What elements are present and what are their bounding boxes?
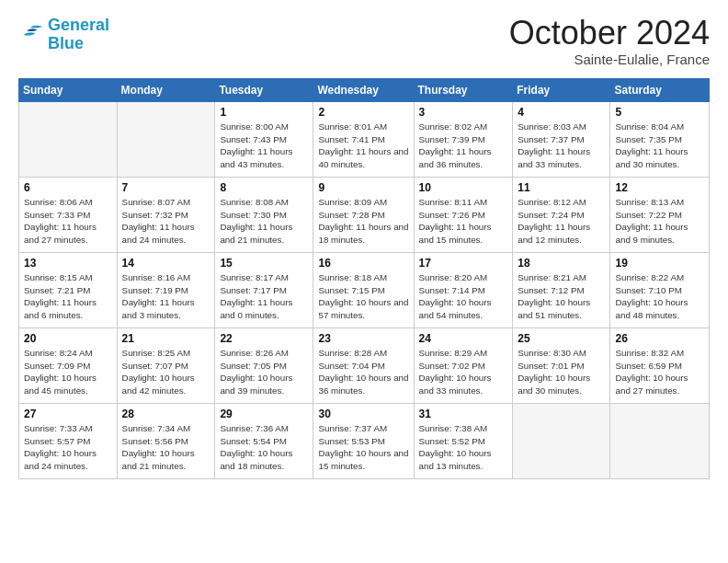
logo-line2: Blue	[48, 35, 109, 53]
calendar-cell: 5Sunrise: 8:04 AMSunset: 7:35 PMDaylight…	[610, 102, 710, 178]
day-number: 9	[318, 181, 408, 194]
calendar-cell: 12Sunrise: 8:13 AMSunset: 7:22 PMDayligh…	[610, 178, 710, 253]
day-info: Sunrise: 7:34 AMSunset: 5:56 PMDaylight:…	[122, 422, 210, 473]
day-number: 23	[318, 332, 408, 345]
calendar-cell: 7Sunrise: 8:07 AMSunset: 7:32 PMDaylight…	[117, 178, 215, 253]
calendar-cell	[19, 102, 118, 178]
calendar-cell: 25Sunrise: 8:30 AMSunset: 7:01 PMDayligh…	[513, 328, 610, 404]
day-info: Sunrise: 7:36 AMSunset: 5:54 PMDaylight:…	[220, 422, 308, 473]
location: Sainte-Eulalie, France	[509, 52, 710, 67]
day-number: 24	[419, 332, 508, 345]
day-info: Sunrise: 8:02 AMSunset: 7:39 PMDaylight:…	[419, 121, 508, 171]
day-info: Sunrise: 8:08 AMSunset: 7:30 PMDaylight:…	[220, 196, 308, 247]
calendar-cell: 17Sunrise: 8:20 AMSunset: 7:14 PMDayligh…	[414, 253, 513, 328]
day-number: 8	[220, 181, 308, 194]
day-number: 17	[419, 257, 508, 270]
calendar-cell: 23Sunrise: 8:28 AMSunset: 7:04 PMDayligh…	[313, 328, 414, 404]
weekday-thursday: Thursday	[414, 79, 513, 102]
logo-icon	[18, 24, 44, 46]
calendar-cell: 30Sunrise: 7:37 AMSunset: 5:53 PMDayligh…	[313, 404, 414, 479]
calendar-cell	[117, 102, 215, 178]
calendar-cell: 20Sunrise: 8:24 AMSunset: 7:09 PMDayligh…	[19, 328, 118, 404]
weekday-sunday: Sunday	[19, 79, 118, 102]
calendar-cell: 6Sunrise: 8:06 AMSunset: 7:33 PMDaylight…	[19, 178, 118, 253]
day-number: 2	[318, 106, 408, 119]
day-info: Sunrise: 8:18 AMSunset: 7:15 PMDaylight:…	[318, 271, 408, 322]
calendar-cell: 16Sunrise: 8:18 AMSunset: 7:15 PMDayligh…	[313, 253, 414, 328]
day-number: 28	[122, 408, 210, 420]
calendar-cell: 26Sunrise: 8:32 AMSunset: 6:59 PMDayligh…	[610, 328, 710, 404]
calendar-cell: 29Sunrise: 7:36 AMSunset: 5:54 PMDayligh…	[215, 404, 313, 479]
day-number: 4	[518, 106, 605, 119]
weekday-wednesday: Wednesday	[313, 79, 414, 102]
calendar-cell: 3Sunrise: 8:02 AMSunset: 7:39 PMDaylight…	[414, 102, 513, 178]
day-info: Sunrise: 8:29 AMSunset: 7:02 PMDaylight:…	[419, 347, 508, 397]
day-number: 22	[220, 332, 308, 345]
day-info: Sunrise: 8:07 AMSunset: 7:32 PMDaylight:…	[122, 196, 210, 247]
day-info: Sunrise: 7:33 AMSunset: 5:57 PMDaylight:…	[24, 422, 112, 473]
day-info: Sunrise: 8:15 AMSunset: 7:21 PMDaylight:…	[24, 271, 112, 322]
day-info: Sunrise: 8:22 AMSunset: 7:10 PMDaylight:…	[615, 271, 704, 322]
calendar-header: Sunday Monday Tuesday Wednesday Thursday…	[19, 79, 710, 102]
calendar-cell: 31Sunrise: 7:38 AMSunset: 5:52 PMDayligh…	[414, 404, 513, 479]
day-number: 27	[24, 408, 112, 420]
day-info: Sunrise: 7:37 AMSunset: 5:53 PMDaylight:…	[318, 422, 408, 473]
calendar-cell: 4Sunrise: 8:03 AMSunset: 7:37 PMDaylight…	[513, 102, 610, 178]
day-number: 1	[220, 106, 308, 119]
day-info: Sunrise: 8:13 AMSunset: 7:22 PMDaylight:…	[615, 196, 704, 247]
logo-line1: General	[48, 17, 109, 35]
day-number: 21	[122, 332, 210, 345]
day-info: Sunrise: 8:28 AMSunset: 7:04 PMDaylight:…	[318, 347, 408, 397]
calendar-cell: 14Sunrise: 8:16 AMSunset: 7:19 PMDayligh…	[117, 253, 215, 328]
weekday-monday: Monday	[117, 79, 215, 102]
day-info: Sunrise: 8:17 AMSunset: 7:17 PMDaylight:…	[220, 271, 308, 322]
calendar-cell	[610, 404, 710, 479]
calendar-cell: 11Sunrise: 8:12 AMSunset: 7:24 PMDayligh…	[513, 178, 610, 253]
day-number: 20	[24, 332, 112, 345]
calendar-cell: 2Sunrise: 8:01 AMSunset: 7:41 PMDaylight…	[313, 102, 414, 178]
day-info: Sunrise: 8:09 AMSunset: 7:28 PMDaylight:…	[318, 196, 408, 247]
day-number: 15	[220, 257, 308, 270]
calendar-table: Sunday Monday Tuesday Wednesday Thursday…	[18, 78, 710, 479]
day-number: 31	[419, 408, 508, 420]
day-info: Sunrise: 8:30 AMSunset: 7:01 PMDaylight:…	[518, 347, 605, 397]
day-info: Sunrise: 8:21 AMSunset: 7:12 PMDaylight:…	[518, 271, 605, 322]
day-number: 30	[318, 408, 408, 420]
day-number: 10	[419, 181, 508, 194]
day-number: 13	[24, 257, 112, 270]
calendar-cell: 1Sunrise: 8:00 AMSunset: 7:43 PMDaylight…	[215, 102, 313, 178]
calendar-cell: 22Sunrise: 8:26 AMSunset: 7:05 PMDayligh…	[215, 328, 313, 404]
weekday-saturday: Saturday	[610, 79, 710, 102]
calendar-cell: 10Sunrise: 8:11 AMSunset: 7:26 PMDayligh…	[414, 178, 513, 253]
logo: General Blue	[18, 17, 109, 53]
day-info: Sunrise: 8:04 AMSunset: 7:35 PMDaylight:…	[615, 121, 704, 171]
calendar-body: 1Sunrise: 8:00 AMSunset: 7:43 PMDaylight…	[19, 102, 710, 479]
day-info: Sunrise: 8:11 AMSunset: 7:26 PMDaylight:…	[419, 196, 508, 247]
day-number: 19	[615, 257, 704, 270]
calendar-cell: 19Sunrise: 8:22 AMSunset: 7:10 PMDayligh…	[610, 253, 710, 328]
month-title: October 2024	[509, 17, 710, 50]
day-info: Sunrise: 8:24 AMSunset: 7:09 PMDaylight:…	[24, 347, 112, 397]
calendar-cell: 8Sunrise: 8:08 AMSunset: 7:30 PMDaylight…	[215, 178, 313, 253]
calendar-cell: 13Sunrise: 8:15 AMSunset: 7:21 PMDayligh…	[19, 253, 118, 328]
calendar-cell: 21Sunrise: 8:25 AMSunset: 7:07 PMDayligh…	[117, 328, 215, 404]
day-info: Sunrise: 8:20 AMSunset: 7:14 PMDaylight:…	[419, 271, 508, 322]
day-info: Sunrise: 8:25 AMSunset: 7:07 PMDaylight:…	[122, 347, 210, 397]
day-info: Sunrise: 8:32 AMSunset: 6:59 PMDaylight:…	[615, 347, 704, 397]
calendar-cell: 27Sunrise: 7:33 AMSunset: 5:57 PMDayligh…	[19, 404, 118, 479]
day-info: Sunrise: 8:12 AMSunset: 7:24 PMDaylight:…	[518, 196, 605, 247]
day-number: 18	[518, 257, 605, 270]
day-info: Sunrise: 8:16 AMSunset: 7:19 PMDaylight:…	[122, 271, 210, 322]
calendar-cell: 9Sunrise: 8:09 AMSunset: 7:28 PMDaylight…	[313, 178, 414, 253]
day-number: 6	[24, 181, 112, 194]
day-number: 16	[318, 257, 408, 270]
title-block: October 2024 Sainte-Eulalie, France	[509, 17, 710, 67]
day-number: 7	[122, 181, 210, 194]
day-number: 25	[518, 332, 605, 345]
page-header: General Blue October 2024 Sainte-Eulalie…	[18, 17, 710, 67]
day-number: 3	[419, 106, 508, 119]
calendar-cell: 15Sunrise: 8:17 AMSunset: 7:17 PMDayligh…	[215, 253, 313, 328]
day-number: 5	[615, 106, 704, 119]
day-info: Sunrise: 8:26 AMSunset: 7:05 PMDaylight:…	[220, 347, 308, 397]
calendar-cell	[513, 404, 610, 479]
